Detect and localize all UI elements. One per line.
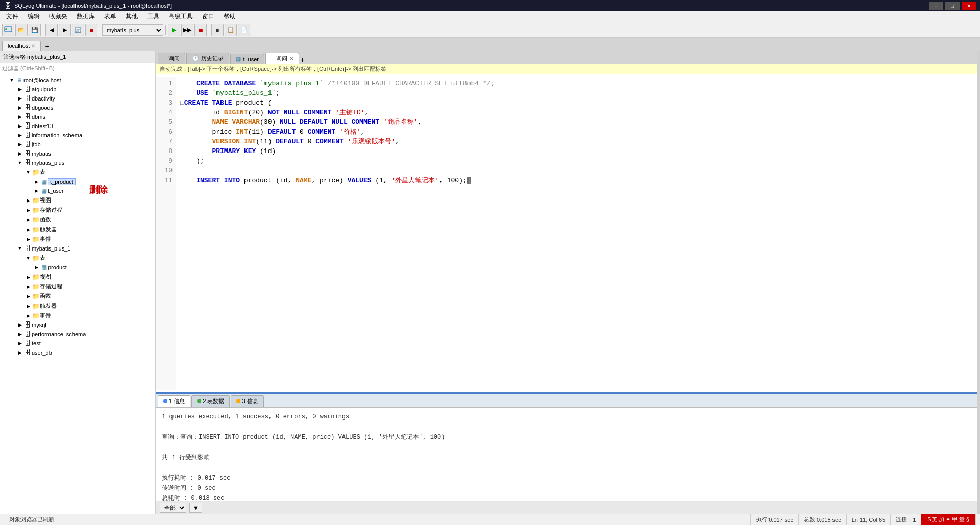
- forward-button[interactable]: ▶: [59, 24, 71, 36]
- expander-jtdb[interactable]: ▶: [16, 141, 23, 148]
- tree-node-mybatis_plus_1-tables[interactable]: ▼ 📁 表: [0, 253, 155, 263]
- add-connection-button[interactable]: +: [42, 42, 52, 51]
- expander-performance_schema[interactable]: ▶: [16, 331, 23, 338]
- expander-user_db[interactable]: ▶: [16, 349, 23, 356]
- tree-node-mybatis_plus_1-funcs[interactable]: ▶ 📁 函数: [0, 291, 155, 301]
- tree-node-t_user[interactable]: ▶ ▦ t_user: [0, 186, 155, 195]
- expander-mybatis_plus-procs[interactable]: ▶: [24, 207, 32, 214]
- result-tab-tabledata[interactable]: 2 表数据: [191, 395, 230, 407]
- tree-node-mybatis[interactable]: ▶ 🗄 mybatis: [0, 149, 155, 158]
- expander-mybatis_plus_1-triggers[interactable]: ▶: [24, 303, 32, 310]
- menu-help[interactable]: 帮助: [219, 11, 240, 22]
- new-connection-button[interactable]: [2, 24, 14, 36]
- tree-node-jtdb[interactable]: ▶ 🗄 jtdb: [0, 140, 155, 149]
- query-tab-history[interactable]: 🕐 历史记录: [186, 53, 229, 64]
- expander-atguigudb[interactable]: ▶: [16, 86, 23, 93]
- menu-edit[interactable]: 编辑: [23, 11, 44, 22]
- tree-node-mybatis_plus_1-triggers[interactable]: ▶ 📁 触发器: [0, 301, 155, 311]
- tree-node-mybatis_plus_1-events[interactable]: ▶ 📁 事件: [0, 311, 155, 320]
- stop-exec-button[interactable]: ⏹: [194, 24, 207, 36]
- tree-node-atguigudb[interactable]: ▶ 🗄 atguigudb: [0, 85, 155, 94]
- tree-node-t_product[interactable]: ▶ ▦ t_product: [0, 177, 155, 186]
- menu-favorites[interactable]: 收藏夹: [45, 11, 71, 22]
- execute-button[interactable]: ▶: [168, 24, 180, 36]
- tree-node-mybatis_plus_1[interactable]: ▼ 🗄 mybatis_plus_1: [0, 244, 155, 253]
- restore-button[interactable]: □: [945, 2, 960, 10]
- expander-dbtest13[interactable]: ▶: [16, 122, 23, 130]
- expander-dbms[interactable]: ▶: [16, 113, 23, 120]
- expander-root[interactable]: ▼: [8, 77, 15, 84]
- expander-mybatis_plus-triggers[interactable]: ▶: [24, 226, 32, 233]
- menu-tools[interactable]: 工具: [143, 11, 163, 22]
- tree-node-mybatis_plus[interactable]: ▼ 🗄 mybatis_plus: [0, 158, 155, 167]
- menu-database[interactable]: 数据库: [72, 11, 99, 22]
- sql-code[interactable]: CREATE DATABASE `mybatis_plus_1` /*!4010…: [176, 77, 977, 390]
- result-tab-info1[interactable]: 1 信息: [158, 395, 190, 407]
- tree-node-dbactivity[interactable]: ▶ 🗄 dbactivity: [0, 94, 155, 103]
- tree-node-performance_schema[interactable]: ▶ 🗄 performance_schema: [0, 330, 155, 339]
- tree-node-root[interactable]: ▼ 🖥 root@localhost: [0, 76, 155, 85]
- expander-mysql[interactable]: ▶: [16, 321, 23, 329]
- close-button[interactable]: ✕: [962, 2, 976, 10]
- back-button[interactable]: ◀: [45, 24, 58, 36]
- close-tab-button[interactable]: ✕: [289, 56, 293, 61]
- expander-mybatis_plus-events[interactable]: ▶: [24, 236, 32, 243]
- save-button[interactable]: 💾: [29, 24, 41, 36]
- result-tab-info3[interactable]: 3 信息: [231, 395, 263, 407]
- paste-button[interactable]: 📄: [238, 24, 250, 36]
- tree-node-mybatis_plus-procs[interactable]: ▶ 📁 存储过程: [0, 205, 155, 215]
- query-tab-t_user[interactable]: ▦ t_user: [230, 54, 264, 64]
- results-filter-btn[interactable]: ▼: [189, 503, 202, 513]
- expander-mybatis_plus_1-views[interactable]: ▶: [24, 273, 32, 281]
- tree-node-mybatis_plus_1-views[interactable]: ▶ 📁 视图: [0, 272, 155, 282]
- menu-other[interactable]: 其他: [121, 11, 142, 22]
- code-editor[interactable]: 1 2 3 4 5 6 7 8 9 10 11 CREATE DATABASE …: [156, 74, 977, 394]
- tree-node-mybatis_plus_1-procs[interactable]: ▶ 📁 存储过程: [0, 282, 155, 291]
- tree-node-mybatis_plus-funcs[interactable]: ▶ 📁 函数: [0, 215, 155, 224]
- tree-node-product[interactable]: ▶ ▦ product: [0, 263, 155, 272]
- tree-node-user_db[interactable]: ▶ 🗄 user_db: [0, 348, 155, 357]
- expander-t_product[interactable]: ▶: [33, 178, 40, 185]
- execute-all-button[interactable]: ▶▶: [181, 24, 193, 36]
- add-query-tab-button[interactable]: +: [300, 56, 304, 64]
- expander-information_schema[interactable]: ▶: [16, 132, 23, 139]
- expander-mybatis_plus_1-events[interactable]: ▶: [24, 312, 32, 319]
- tree-node-information_schema[interactable]: ▶ 🗄 information_schema: [0, 131, 155, 140]
- tree-node-test[interactable]: ▶ 🗄 test: [0, 339, 155, 348]
- query-tab-wenjian[interactable]: ≡ 询问: [158, 53, 185, 64]
- tree-node-dbtest13[interactable]: ▶ 🗄 dbtest13: [0, 121, 155, 131]
- database-dropdown[interactable]: mybatis_plus_: [102, 24, 163, 36]
- expander-mybatis_plus-tables[interactable]: ▼: [24, 169, 32, 176]
- expander-product[interactable]: ▶: [33, 264, 40, 271]
- tree-node-mybatis_plus-views[interactable]: ▶ 📁 视图: [0, 195, 155, 205]
- menu-file[interactable]: 文件: [2, 11, 22, 22]
- expander-mybatis_plus_1-procs[interactable]: ▶: [24, 283, 32, 290]
- stop-button[interactable]: ⏹: [85, 24, 97, 36]
- expander-dbgoods[interactable]: ▶: [16, 104, 23, 111]
- format-button[interactable]: ≡: [211, 24, 224, 36]
- expander-mybatis_plus_1-tables[interactable]: ▼: [24, 255, 32, 262]
- expander-mybatis[interactable]: ▶: [16, 150, 23, 157]
- expander-test[interactable]: ▶: [16, 340, 23, 347]
- expander-mybatis_plus-views[interactable]: ▶: [24, 197, 32, 204]
- expander-mybatis_plus_1-funcs[interactable]: ▶: [24, 293, 32, 300]
- tree-node-dbgoods[interactable]: ▶ 🗄 dbgoods: [0, 103, 155, 112]
- results-filter-select[interactable]: 全部 错误 警告: [160, 503, 186, 513]
- minimize-button[interactable]: ─: [929, 2, 943, 10]
- tree-node-mybatis_plus-tables[interactable]: ▼ 📁 表: [0, 167, 155, 177]
- expander-t_user[interactable]: ▶: [33, 187, 40, 194]
- menu-advanced[interactable]: 高级工具: [164, 11, 197, 22]
- conn-tab-localhost[interactable]: localhost ✕: [2, 41, 41, 51]
- expander-mybatis_plus[interactable]: ▼: [16, 159, 23, 166]
- expander-mybatis_plus-funcs[interactable]: ▶: [24, 216, 32, 223]
- tree-node-dbms[interactable]: ▶ 🗄 dbms: [0, 112, 155, 121]
- menu-window[interactable]: 窗口: [198, 11, 218, 22]
- menu-table[interactable]: 表单: [100, 11, 120, 22]
- open-button[interactable]: 📂: [15, 24, 28, 36]
- tree-node-mybatis_plus-triggers[interactable]: ▶ 📁 触发器: [0, 224, 155, 234]
- query-tab-active[interactable]: ≡ 询问 ✕: [265, 53, 299, 64]
- tree-node-mybatis_plus-events[interactable]: ▶ 📁 事件: [0, 234, 155, 244]
- copy-button[interactable]: 📋: [225, 24, 237, 36]
- right-resize-handle[interactable]: [977, 51, 980, 514]
- expander-dbactivity[interactable]: ▶: [16, 95, 23, 102]
